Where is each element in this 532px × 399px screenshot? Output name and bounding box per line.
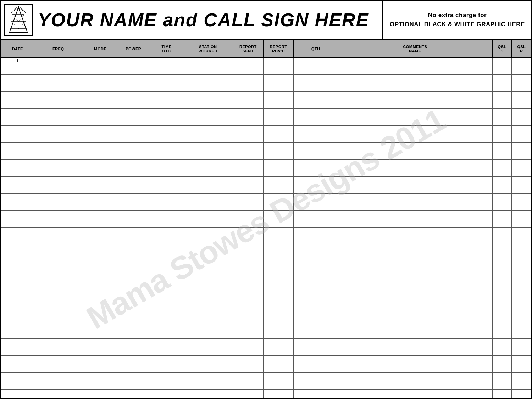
table-cell[interactable] bbox=[84, 66, 117, 75]
table-cell[interactable] bbox=[84, 177, 117, 185]
table-row[interactable] bbox=[1, 381, 531, 389]
table-cell[interactable] bbox=[512, 75, 531, 83]
table-cell[interactable] bbox=[84, 58, 117, 66]
table-cell[interactable] bbox=[1, 279, 34, 287]
table-cell[interactable] bbox=[338, 245, 492, 253]
table-cell[interactable] bbox=[492, 134, 511, 143]
table-cell[interactable] bbox=[1, 92, 34, 100]
table-cell[interactable] bbox=[117, 287, 150, 296]
table-cell[interactable] bbox=[183, 262, 233, 270]
table-cell[interactable] bbox=[492, 330, 511, 338]
table-cell[interactable] bbox=[263, 117, 294, 126]
table-cell[interactable] bbox=[34, 321, 84, 330]
table-row[interactable] bbox=[1, 194, 531, 202]
table-cell[interactable] bbox=[34, 296, 84, 304]
table-cell[interactable] bbox=[263, 338, 294, 347]
table-cell[interactable] bbox=[183, 143, 233, 151]
table-cell[interactable] bbox=[84, 211, 117, 219]
table-cell[interactable] bbox=[34, 58, 84, 66]
table-cell[interactable] bbox=[263, 372, 294, 381]
table-cell[interactable] bbox=[117, 126, 150, 134]
table-cell[interactable] bbox=[34, 262, 84, 270]
table-row[interactable] bbox=[1, 313, 531, 321]
table-cell[interactable] bbox=[183, 219, 233, 228]
table-cell[interactable] bbox=[233, 313, 264, 321]
table-cell[interactable] bbox=[233, 287, 264, 296]
table-cell[interactable] bbox=[117, 236, 150, 245]
table-cell[interactable] bbox=[150, 330, 183, 338]
table-cell[interactable] bbox=[512, 160, 531, 168]
table-row[interactable] bbox=[1, 355, 531, 364]
table-cell[interactable] bbox=[34, 313, 84, 321]
table-cell[interactable] bbox=[117, 270, 150, 279]
table-cell[interactable] bbox=[512, 66, 531, 75]
table-cell[interactable] bbox=[492, 253, 511, 262]
table-cell[interactable] bbox=[512, 245, 531, 253]
table-cell[interactable] bbox=[294, 253, 338, 262]
table-cell[interactable] bbox=[1, 228, 34, 236]
table-row[interactable] bbox=[1, 92, 531, 100]
table-cell[interactable] bbox=[34, 228, 84, 236]
table-cell[interactable] bbox=[117, 347, 150, 355]
table-cell[interactable] bbox=[512, 304, 531, 313]
table-cell[interactable] bbox=[84, 185, 117, 194]
table-cell[interactable] bbox=[1, 109, 34, 117]
table-cell[interactable] bbox=[84, 126, 117, 134]
table-cell[interactable] bbox=[233, 126, 264, 134]
table-cell[interactable] bbox=[294, 66, 338, 75]
table-cell[interactable] bbox=[233, 355, 264, 364]
table-cell[interactable] bbox=[183, 304, 233, 313]
table-cell[interactable] bbox=[512, 364, 531, 372]
table-cell[interactable] bbox=[233, 228, 264, 236]
table-cell[interactable] bbox=[233, 364, 264, 372]
table-cell[interactable] bbox=[150, 304, 183, 313]
table-cell[interactable] bbox=[492, 177, 511, 185]
table-cell[interactable] bbox=[512, 211, 531, 219]
table-cell[interactable] bbox=[34, 372, 84, 381]
table-row[interactable] bbox=[1, 126, 531, 134]
table-row[interactable] bbox=[1, 262, 531, 270]
table-cell[interactable] bbox=[84, 168, 117, 177]
table-cell[interactable] bbox=[263, 389, 294, 398]
table-cell[interactable] bbox=[117, 211, 150, 219]
table-cell[interactable] bbox=[84, 134, 117, 143]
table-cell[interactable] bbox=[1, 134, 34, 143]
table-cell[interactable] bbox=[294, 355, 338, 364]
table-cell[interactable] bbox=[150, 313, 183, 321]
table-cell[interactable] bbox=[233, 160, 264, 168]
table-cell[interactable] bbox=[1, 236, 34, 245]
table-cell[interactable] bbox=[150, 202, 183, 211]
table-cell[interactable] bbox=[492, 364, 511, 372]
table-cell[interactable] bbox=[294, 338, 338, 347]
table-cell[interactable] bbox=[84, 245, 117, 253]
table-cell[interactable] bbox=[512, 92, 531, 100]
table-cell[interactable] bbox=[233, 211, 264, 219]
table-cell[interactable] bbox=[263, 211, 294, 219]
table-cell[interactable] bbox=[34, 236, 84, 245]
table-cell[interactable] bbox=[1, 126, 34, 134]
table-cell[interactable] bbox=[117, 313, 150, 321]
table-cell[interactable] bbox=[84, 296, 117, 304]
table-cell[interactable] bbox=[117, 279, 150, 287]
table-cell[interactable] bbox=[183, 117, 233, 126]
table-cell[interactable] bbox=[294, 372, 338, 381]
table-cell[interactable] bbox=[294, 117, 338, 126]
table-cell[interactable] bbox=[1, 364, 34, 372]
table-cell[interactable] bbox=[492, 245, 511, 253]
table-cell[interactable] bbox=[263, 381, 294, 389]
table-cell[interactable] bbox=[150, 389, 183, 398]
table-cell[interactable] bbox=[1, 253, 34, 262]
table-cell[interactable] bbox=[183, 228, 233, 236]
table-cell[interactable] bbox=[294, 211, 338, 219]
table-cell[interactable] bbox=[233, 151, 264, 160]
table-cell[interactable] bbox=[84, 75, 117, 83]
table-cell[interactable] bbox=[150, 177, 183, 185]
table-cell[interactable] bbox=[183, 194, 233, 202]
table-cell[interactable] bbox=[263, 253, 294, 262]
table-cell[interactable] bbox=[263, 245, 294, 253]
table-cell[interactable] bbox=[150, 321, 183, 330]
table-cell[interactable] bbox=[84, 287, 117, 296]
table-cell[interactable] bbox=[492, 296, 511, 304]
table-cell[interactable] bbox=[84, 219, 117, 228]
table-cell[interactable] bbox=[117, 355, 150, 364]
